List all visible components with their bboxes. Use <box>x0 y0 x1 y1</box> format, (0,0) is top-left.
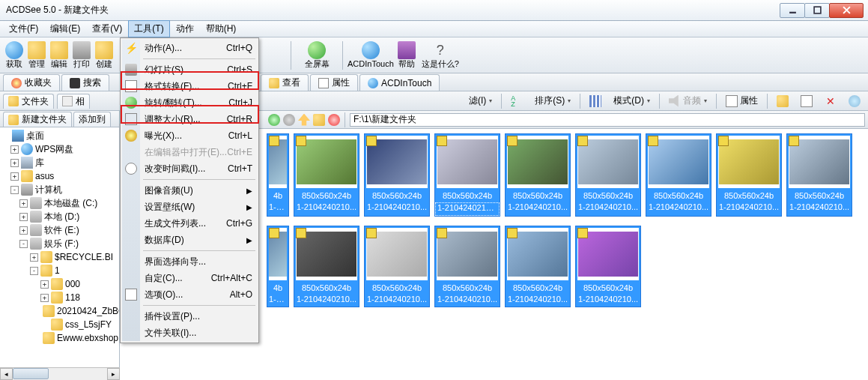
tab-photos[interactable]: 相 <box>57 94 90 109</box>
menu-convert[interactable]: 格式转换(F)...Ctrl+F <box>122 78 257 94</box>
menu-rotate[interactable]: 旋转/翻转(T)...Ctrl+J <box>122 94 257 111</box>
collapse-icon[interactable]: - <box>10 186 19 194</box>
delete-button[interactable]: ✕ <box>820 94 841 109</box>
tab-newfolder[interactable]: 新建文件夹 <box>3 112 72 127</box>
thumbnail-item[interactable]: 850x560x24b1-2104240210... <box>364 226 430 307</box>
collapse-icon[interactable]: - <box>19 240 28 248</box>
expand-icon[interactable]: + <box>10 172 19 181</box>
viewmode-icon-button[interactable] <box>585 94 606 109</box>
toolbar-get[interactable]: 获取 <box>3 40 25 70</box>
address-path[interactable]: F:\1\新建文件夹 <box>350 113 865 127</box>
toolbar-acdintouch[interactable]: ACDInTouch <box>346 40 395 70</box>
toolbar-whatis[interactable]: ?这是什么? <box>418 40 463 70</box>
menu-help[interactable]: 帮助(H) <box>200 20 243 37</box>
tab-browse[interactable]: 查看 <box>261 74 309 91</box>
collapse-icon[interactable]: - <box>30 267 38 275</box>
tree-node-cdrive[interactable]: +本地磁盘 (C:) <box>0 196 119 210</box>
menu-actions[interactable]: 动作 <box>170 20 200 37</box>
thumbnail-grid[interactable]: 4b 1-2104240210... 850x560x24b1-21042402… <box>262 129 868 380</box>
toolbar-fullscreen[interactable]: 全屏幕 <box>294 40 339 70</box>
tree-node-edrive[interactable]: +软件 (E:) <box>0 223 119 237</box>
close-button[interactable] <box>829 3 864 18</box>
scroll-thumb[interactable] <box>13 368 49 379</box>
menu-file[interactable]: 文件(F) <box>3 20 44 37</box>
menu-custom[interactable]: 自定(C)...Ctrl+Alt+C <box>122 270 257 286</box>
toolbar-manage[interactable]: 管理 <box>25 40 48 70</box>
thumbnail-item[interactable]: 850x560x24b1-2104240210... <box>646 133 711 217</box>
menu-edit[interactable]: 编辑(E) <box>44 20 86 37</box>
scroll-track[interactable] <box>13 368 107 380</box>
toolbar-edit[interactable]: 编辑 <box>48 40 70 70</box>
thumbnail-item[interactable]: 850x560x24b1-2104240210... <box>505 133 571 217</box>
heart-icon[interactable] <box>328 114 340 126</box>
minimize-button[interactable] <box>780 3 805 18</box>
menu-fileassoc[interactable]: 文件关联(I)... <box>122 325 257 341</box>
tree-node-asus[interactable]: +asus <box>0 169 119 183</box>
menu-exposure[interactable]: 曝光(X)...Ctrl+L <box>122 127 257 144</box>
menu-database[interactable]: 数据库(D)▶ <box>122 232 257 248</box>
tab-acdintouch[interactable]: ACDInTouch <box>359 74 440 91</box>
menu-actions[interactable]: ⚡动作(A)...Ctrl+Q <box>122 40 257 56</box>
audio-button[interactable]: 音频▾ <box>664 93 711 109</box>
thumbnail-item[interactable]: 850x560x24b1-2104240210... <box>786 133 852 217</box>
thumbnail-item[interactable]: 850x560x24b1-2104240210... <box>716 133 782 217</box>
expand-icon[interactable]: + <box>19 199 28 208</box>
expand-icon[interactable]: + <box>10 145 19 154</box>
thumbnail-item[interactable]: 850x560x24b1-2104240210... <box>434 226 500 307</box>
back-icon[interactable] <box>268 114 280 126</box>
find-button[interactable] <box>844 94 865 109</box>
copy-button[interactable] <box>772 94 793 109</box>
menu-timestamp[interactable]: 改变时间戳(I)...Ctrl+T <box>122 160 257 177</box>
tree-node-wps[interactable]: +WPS网盘 <box>0 142 119 156</box>
tree-node-lib[interactable]: +库 <box>0 156 119 169</box>
filter-button[interactable]: 滤(I)▾ <box>464 93 497 109</box>
toolbar-print[interactable]: 打印 <box>70 40 93 70</box>
up-icon[interactable] <box>298 114 310 126</box>
expand-icon[interactable]: + <box>40 294 49 302</box>
menu-tools[interactable]: 工具(T) <box>128 20 169 37</box>
scroll-right-button[interactable]: ▸ <box>107 368 120 380</box>
menu-plugins[interactable]: 插件设置(P)... <box>122 308 257 325</box>
expand-icon[interactable]: + <box>19 226 28 235</box>
menu-slideshow[interactable]: 幻灯片(S)...Ctrl+S <box>122 61 257 78</box>
expand-icon[interactable]: + <box>19 213 28 221</box>
tree-node-20210424[interactable]: 20210424_ZbBGXC <box>0 304 119 318</box>
toolbar-help[interactable]: 帮助 <box>395 40 418 70</box>
thumbnail-item[interactable]: 4b 1-2104240210... <box>267 226 289 307</box>
paste-button[interactable] <box>796 94 817 109</box>
tree-node-1[interactable]: -1 <box>0 264 119 277</box>
thumbnail-item[interactable]: 850x560x24b1-2104240210... <box>294 133 359 217</box>
sort-button[interactable]: 排序(S)▾ <box>530 93 575 109</box>
tree-node-css[interactable]: css_L5sjFY <box>0 318 119 331</box>
viewmode-button[interactable]: 模式(D)▾ <box>609 93 655 109</box>
folder-tree[interactable]: 桌面 +WPS网盘 +库 +asus -计算机 +本地磁盘 (C:) +本地 (… <box>0 127 119 380</box>
thumbnail-item[interactable]: 850x560x24b1-2104240210... <box>364 133 430 217</box>
tree-node-118[interactable]: +118 <box>0 291 119 304</box>
tree-node-000[interactable]: +000 <box>0 277 119 291</box>
menu-genlist[interactable]: 生成文件列表...Ctrl+G <box>122 215 257 232</box>
menu-imageaudio[interactable]: 图像音频(U)▶ <box>122 182 257 199</box>
menu-wizard[interactable]: 界面选择向导... <box>122 253 257 270</box>
tree-node-desktop[interactable]: 桌面 <box>0 129 119 142</box>
thumbnail-item[interactable]: 850x560x24b1-2104240210... <box>505 226 571 307</box>
menu-wallpaper[interactable]: 设置壁纸(W)▶ <box>122 199 257 215</box>
maximize-button[interactable] <box>804 3 830 18</box>
toolbar-create[interactable]: 创建 <box>93 40 115 70</box>
scroll-left-button[interactable]: ◂ <box>0 368 13 380</box>
history-icon[interactable] <box>313 114 325 126</box>
thumbnail-item[interactable]: 850x560x24b1-2104240210... <box>434 133 500 217</box>
tab-properties[interactable]: 属性 <box>310 74 358 91</box>
tab-folders[interactable]: 文件夹 <box>3 94 54 109</box>
expand-icon[interactable]: + <box>40 280 49 289</box>
menu-view[interactable]: 查看(V) <box>86 20 128 37</box>
tab-search[interactable]: 搜索 <box>61 74 109 91</box>
sort-az-button[interactable]: AZ <box>506 94 527 109</box>
tree-node-fdrive[interactable]: -娱乐 (F:) <box>0 237 119 250</box>
expand-icon[interactable]: + <box>10 159 19 167</box>
expand-icon[interactable]: + <box>30 253 38 262</box>
thumbnail-item[interactable]: 4b 1-2104240210... <box>267 133 289 217</box>
tree-node-computer[interactable]: -计算机 <box>0 183 119 196</box>
tab-favorites[interactable]: 收藏夹 <box>3 74 60 91</box>
menu-options[interactable]: 选项(O)...Alt+O <box>122 286 257 303</box>
tree-hscrollbar[interactable]: ◂ ▸ <box>0 367 120 380</box>
